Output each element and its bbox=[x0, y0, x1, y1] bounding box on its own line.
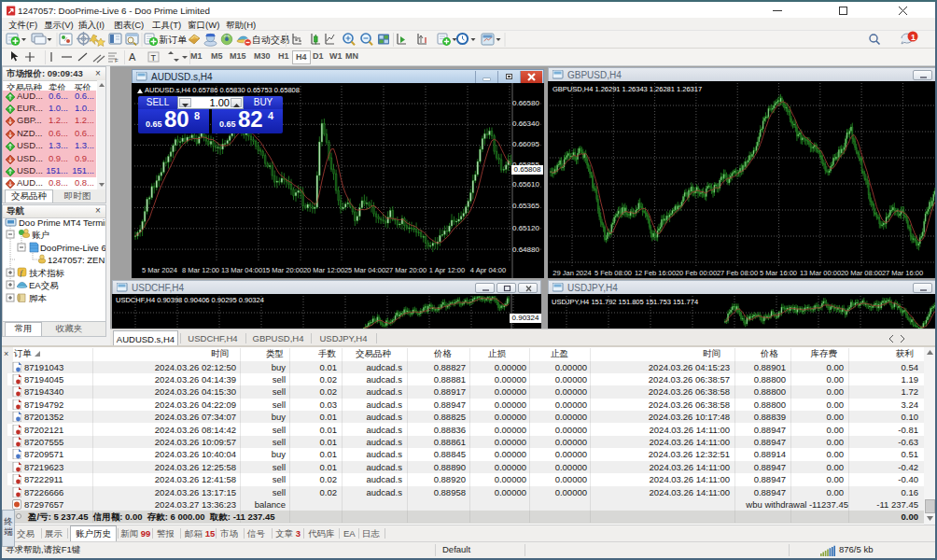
svg-text:DooPrime-Live 6: DooPrime-Live 6 bbox=[40, 243, 105, 253]
svg-text:T: T bbox=[151, 53, 157, 63]
svg-text:技术指标: 技术指标 bbox=[29, 268, 65, 278]
svg-text:脚本: 脚本 bbox=[29, 293, 48, 303]
svg-text:1247057: ZEN: 1247057: ZEN bbox=[48, 255, 105, 265]
svg-text:F: F bbox=[115, 58, 119, 63]
svg-text:Doo Prime MT4 Termina: Doo Prime MT4 Termina bbox=[19, 218, 105, 228]
svg-text:新订单: 新订单 bbox=[159, 35, 188, 45]
svg-text:A: A bbox=[129, 51, 136, 63]
svg-text:账户: 账户 bbox=[32, 230, 49, 240]
svg-text:自动交易: 自动交易 bbox=[252, 35, 289, 45]
svg-text:1: 1 bbox=[911, 33, 916, 42]
svg-text:EA交易: EA交易 bbox=[29, 280, 59, 290]
